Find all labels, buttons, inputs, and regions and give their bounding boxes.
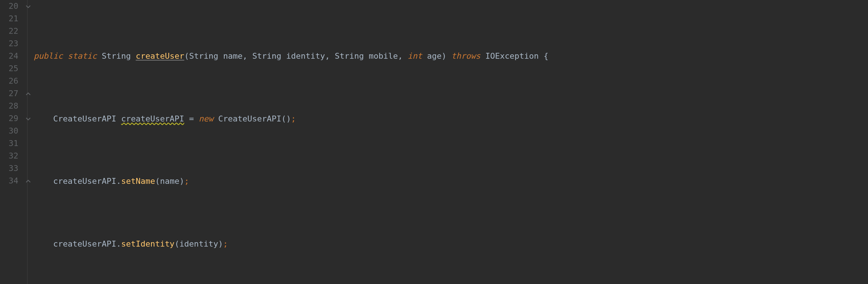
dot: . xyxy=(116,176,121,186)
code-line[interactable]: public static String createUser(String n… xyxy=(34,50,868,62)
equals: = xyxy=(189,114,194,123)
paren-open: ( xyxy=(174,239,179,248)
line-number: 26 xyxy=(0,75,18,87)
code-line[interactable]: createUserAPI.setName(name); xyxy=(34,175,868,187)
method-call: setIdentity xyxy=(121,239,174,248)
line-number-gutter: 20 21 22 23 24 25 26 27 28 29 30 31 32 3… xyxy=(0,0,26,284)
line-number: 23 xyxy=(0,37,18,50)
param-name: identity xyxy=(286,51,325,61)
argument: name xyxy=(160,176,179,186)
param-type: String xyxy=(189,51,218,61)
param-type: int xyxy=(408,51,422,61)
paren-open: ( xyxy=(184,51,189,61)
line-number: 24 xyxy=(0,50,18,62)
exception-type: IOException xyxy=(485,51,539,61)
code-editor[interactable]: 20 21 22 23 24 25 26 27 28 29 30 31 32 3… xyxy=(0,0,868,284)
comma: , xyxy=(398,51,403,61)
line-number: 27 xyxy=(0,87,18,100)
line-number: 28 xyxy=(0,100,18,112)
line-number: 21 xyxy=(0,12,18,25)
brace-open: { xyxy=(544,51,548,61)
paren-close: ) xyxy=(218,239,223,248)
param-type: String xyxy=(335,51,364,61)
variable: createUserAPI xyxy=(53,239,116,248)
line-number: 25 xyxy=(0,62,18,75)
type: CreateUserAPI xyxy=(53,114,116,123)
param-name: mobile xyxy=(369,51,398,61)
line-number: 34 xyxy=(0,175,18,187)
line-number: 22 xyxy=(0,25,18,37)
line-number: 33 xyxy=(0,162,18,175)
param-name: age xyxy=(427,51,442,61)
fold-close-icon[interactable] xyxy=(26,179,31,184)
comma: , xyxy=(325,51,330,61)
fold-gutter xyxy=(26,0,33,284)
param-type: String xyxy=(252,51,281,61)
dot: . xyxy=(116,239,121,248)
semicolon: ; xyxy=(291,114,296,123)
parens: () xyxy=(282,114,291,123)
fold-open-icon[interactable] xyxy=(26,4,31,9)
keyword-public: public xyxy=(34,51,63,61)
code-line[interactable]: createUserAPI.setIdentity(identity); xyxy=(34,238,868,250)
keyword-throws: throws xyxy=(451,51,480,61)
fold-open-icon[interactable] xyxy=(26,116,31,121)
code-area[interactable]: public static String createUser(String n… xyxy=(33,0,868,284)
param-name: name xyxy=(223,51,243,61)
keyword-static: static xyxy=(68,51,97,61)
code-line[interactable]: CreateUserAPI createUserAPI = new Create… xyxy=(34,113,868,125)
paren-close: ) xyxy=(442,51,446,61)
line-number: 20 xyxy=(0,0,18,12)
line-number: 32 xyxy=(0,150,18,162)
argument: identity xyxy=(179,239,218,248)
line-number: 29 xyxy=(0,112,18,125)
line-number: 31 xyxy=(0,137,18,150)
semicolon: ; xyxy=(223,239,228,248)
variable: createUserAPI xyxy=(121,114,184,123)
method-call: setName xyxy=(121,176,155,186)
variable: createUserAPI xyxy=(53,176,116,186)
constructor: CreateUserAPI xyxy=(218,114,281,123)
fold-close-icon[interactable] xyxy=(26,91,31,97)
keyword-new: new xyxy=(199,114,213,123)
semicolon: ; xyxy=(184,176,189,186)
method-name: createUser xyxy=(136,51,184,61)
line-number: 30 xyxy=(0,125,18,137)
type: String xyxy=(102,51,130,61)
paren-close: ) xyxy=(179,176,184,186)
comma: , xyxy=(243,51,247,61)
paren-open: ( xyxy=(155,176,160,186)
